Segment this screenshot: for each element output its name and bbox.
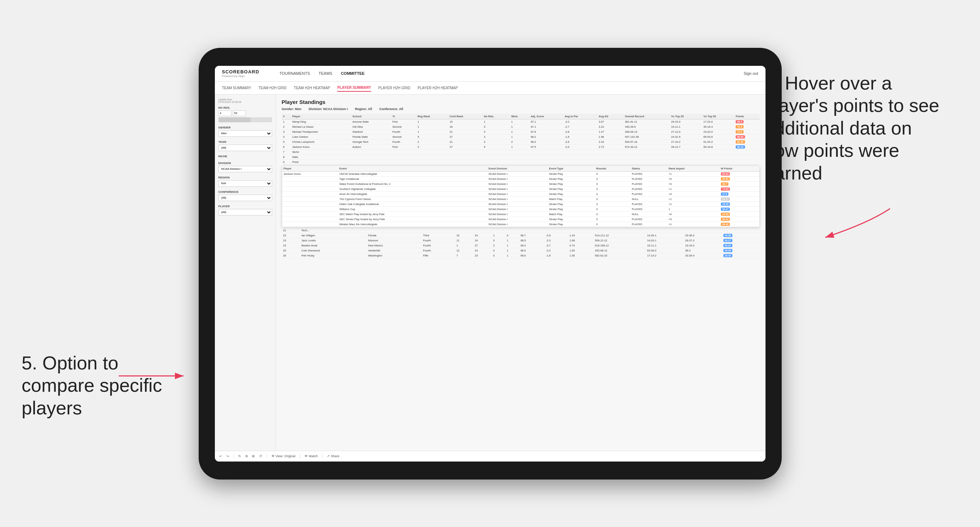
sign-out[interactable]: Sign out [743,71,758,76]
sub-nav-player-summary[interactable]: PLAYER SUMMARY [337,84,371,92]
table-row[interactable]: 21Tech... [282,228,760,233]
sub-nav-team-summary[interactable]: TEAM SUMMARY [222,84,251,91]
points-cell[interactable]: 88.2 [734,119,759,124]
wpoints-badge[interactable]: 16.50 [721,203,730,206]
points-cell[interactable] [734,159,759,164]
points-badge[interactable]: 40.58 [723,234,733,237]
clock-btn[interactable]: ⏱ [259,454,262,458]
table-row[interactable]: 8Mats [282,154,760,159]
watch-btn[interactable]: 👁 Watch [304,454,318,458]
nav-committee[interactable]: COMMITTEE [341,70,364,77]
wpoints-badge[interactable]: 25.98 [721,213,730,216]
hover-table-row: Fallen Oak Collegiate InvitationalNCAA D… [282,202,759,206]
filter-conference-select[interactable]: (All) [218,195,272,201]
hover-col-rank: Rank Impact [667,166,719,171]
wpoints-badge[interactable]: 40.7 [721,183,729,186]
settings-btn[interactable]: ⊞ [252,454,255,458]
points-cell[interactable]: 68.18 [734,144,759,149]
points-cell[interactable]: 88.94 [734,134,759,139]
filter-gender: Gender Men [218,126,272,137]
table-row[interactable]: 24Bastien AmatNew MexicoFourth1272169.4-… [282,243,760,248]
filter-division: Division NCAA Division I [218,162,272,172]
points-badge[interactable]: 38.49 [723,254,733,257]
bottom-toolbar: ↩ ↪ ↻ ⧉ ⊞ ⏱ 👁 View: Original 👁 Watch ↗ S… [215,451,765,462]
share-btn[interactable]: ↗ Share [327,454,339,458]
wpoints-badge[interactable]: 24.11 [721,197,730,201]
copy-btn[interactable]: ⧉ [245,454,248,458]
nav-items: TOURNAMENTS TEAMS COMMITTEE [272,70,744,77]
table-row[interactable]: 7Niche [282,149,760,154]
sub-nav-player-h2h-heatmap[interactable]: PLAYER H2H HEATMAP [417,84,458,91]
logo-text: SCOREBOARD [222,69,259,75]
wpoints-badge[interactable]: 66.40 [721,223,730,226]
toolbar-sep-4 [322,454,323,459]
table-row[interactable]: 26Petr HrubyWashingtonFifth7230168.6-1.8… [282,253,760,258]
points-badge[interactable]: 80.49 [736,140,745,143]
points-badge[interactable]: 40.02 [723,244,733,247]
sub-nav-player-h2h-grid[interactable]: PLAYER H2H GRID [378,84,410,91]
col-to-par: Avg to Par [563,114,597,119]
standings-table: # Player School Yr Reg Rank Conf Rank No… [282,114,760,165]
hover-col-event: Event [338,166,487,171]
table-row[interactable]: 1Wenyi DingArizona StateFirst1151167.1-3… [282,119,760,124]
filter-gender-label: Gender [218,126,272,129]
points-cell[interactable] [734,149,759,154]
view-icon: 👁 [271,454,275,458]
table-row[interactable]: 5Christo LamprechtGeorgia TechFourth2212… [282,139,760,144]
col-wins: Wins [510,114,530,119]
wpoints-badge[interactable]: 30.47 [721,208,730,211]
points-badge[interactable]: 88.94 [736,135,745,138]
wpoints-badge[interactable]: 53.60 [721,177,730,181]
additional-table: 21Tech...22Ian GilliganFloridaThird10241… [282,228,760,258]
hover-table-row: The Cypress Point ClassicNCAA Division I… [282,197,759,202]
wpoints-badge[interactable]: 56.18 [721,217,730,221]
table-row[interactable]: 2Michael La SassoOle MissSecond1180167.1… [282,124,760,129]
sub-nav-team-h2h-grid[interactable]: TEAM H2H GRID [258,84,286,91]
sub-nav-team-h2h-heatmap[interactable]: TEAM H2H HEATMAP [294,84,330,91]
hover-table-row: Amer An IntercollegiateNCAA Division ISt… [282,191,759,197]
nav-teams[interactable]: TEAMS [318,70,332,77]
filter-no-rds-max-input[interactable] [233,110,246,116]
filter-no-rds-slider[interactable] [218,117,272,122]
wpoints-badge[interactable]: 37.5 [721,192,729,196]
undo-btn[interactable]: ↩ [219,454,222,458]
filter-gender-select[interactable]: Men [218,130,272,137]
hover-header-row: Player Event Event Division Event Type R… [282,166,759,171]
hover-table-row: SEC Stroke Play hosted by Jerry PateNCAA… [282,217,759,222]
sidebar-filters: Update time: 27/01/2024 16:56:26 No Rds.… [215,95,276,451]
points-badge[interactable]: 40.27 [723,239,733,242]
table-row[interactable]: 9Prest [282,159,760,164]
filter-player-select[interactable]: (All) [218,209,272,216]
table-row[interactable]: 3Michael ThorbjornsenStanfordFourth12101… [282,129,760,134]
hover-col-type: Event Type [548,166,595,171]
refresh-btn[interactable]: ↻ [238,454,241,458]
filter-division-select[interactable]: NCAA Division I [218,166,272,172]
points-cell[interactable]: 70.2 [734,129,759,134]
wpoints-badge[interactable]: 60.64 [721,172,730,176]
nav-tournaments[interactable]: TOURNAMENTS [280,70,310,77]
wpoints-badge[interactable]: 73.33 [721,187,730,190]
col-avg-sg: Avg SG [597,114,624,119]
view-original-btn[interactable]: 👁 View: Original [271,454,296,458]
filter-year: Year (All) [218,140,272,151]
filter-no-rds-min-input[interactable] [218,110,231,116]
points-cell[interactable]: 80.49 [734,139,759,144]
points-cell[interactable] [734,154,759,159]
points-badge[interactable]: 68.18 [736,145,745,149]
table-row[interactable]: 23Jack LundinMissouriFourth11240168.5-2.… [282,238,760,243]
points-cell[interactable]: 76.3 [734,124,759,129]
table-row[interactable]: 4Luke ClantonFlorida StateSecond5272168.… [282,134,760,139]
table-row[interactable]: 6Jackson KoivuAuburnFirst2275167.5-2.02.… [282,144,760,149]
points-badge[interactable]: 76.3 [736,125,743,129]
filter-region-select[interactable]: N/A [218,180,272,187]
points-badge[interactable]: 88.2 [736,120,743,124]
filter-year-label: Year [218,140,272,143]
points-badge[interactable]: 39.95 [723,249,733,252]
redo-btn[interactable]: ↪ [226,454,229,458]
points-badge[interactable]: 70.2 [736,130,743,133]
table-row[interactable]: 25Cole SherwoodVanderbiltFourth12240168.… [282,248,760,253]
filter-region-label: Region [218,176,272,179]
division-value: NCAA Division I [323,107,348,111]
filter-year-select[interactable]: (All) [218,144,272,151]
table-row[interactable]: 22Ian GilliganFloridaThird10241068.7-0.8… [282,233,760,238]
